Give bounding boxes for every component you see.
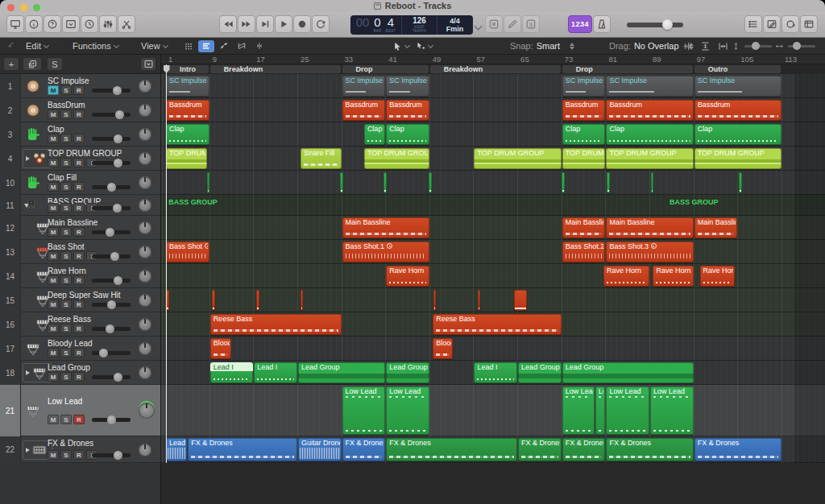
record-enable-button[interactable]: R [73, 300, 85, 309]
display-button[interactable] [6, 15, 24, 33]
region-snare-fill[interactable]: Snare Fill [301, 148, 341, 169]
volume-knob[interactable] [114, 159, 122, 167]
lcd-key-signature[interactable]: 4/4 Fmin [437, 15, 472, 35]
mute-button[interactable]: M [48, 85, 59, 95]
edit-menu[interactable]: Edit [26, 38, 48, 54]
apple-loops-button[interactable] [781, 15, 799, 33]
region-bloody[interactable]: Bloody [210, 338, 231, 359]
region-clap[interactable]: Clap [166, 124, 209, 145]
mute-button[interactable]: M [48, 203, 59, 213]
track-volume-slider[interactable] [92, 375, 131, 379]
mute-button[interactable]: M [48, 450, 59, 460]
solo-button[interactable]: S [60, 275, 72, 285]
mute-button[interactable]: M [48, 251, 59, 261]
track-volume-slider[interactable] [92, 453, 131, 457]
track-volume-slider[interactable] [92, 230, 131, 234]
track-header-top-drum-group[interactable]: 4TOP DRUM GROUPMSRI [0, 147, 160, 171]
volume-knob[interactable] [113, 204, 122, 213]
pan-knob[interactable] [139, 342, 151, 355]
region-bass-shot-1[interactable]: Bass Shot.1 [342, 242, 429, 262]
solo-button[interactable]: S [60, 450, 72, 460]
arrangement-marker-breakdown[interactable]: Breakdown [210, 65, 341, 73]
snap-control[interactable]: Snap: Smart [510, 38, 574, 54]
forward-button[interactable] [238, 15, 255, 33]
close-window-button[interactable] [7, 4, 15, 11]
minimize-window-button[interactable] [20, 4, 27, 11]
region-clip[interactable] [433, 290, 437, 311]
pan-knob[interactable] [139, 128, 151, 141]
arrangement-marker-track[interactable]: IntroBreakdownDropBreakdownDropOutro [161, 64, 825, 74]
region-clap[interactable]: Clap [694, 124, 781, 145]
region-top-drum-group[interactable]: TOP DRUM GROUP [694, 148, 781, 169]
horizontal-auto-zoom-button[interactable] [715, 40, 731, 52]
clock-button[interactable] [81, 15, 98, 33]
track-volume-slider[interactable] [92, 113, 131, 117]
region-clip[interactable] [562, 172, 565, 193]
global-solo-button[interactable]: S [47, 57, 63, 71]
region-fx-drones[interactable]: FX & Drones [188, 438, 297, 461]
record-enable-button[interactable]: R [73, 415, 85, 424]
track-header-reese-bass[interactable]: 16Reese BassMSR [0, 312, 160, 337]
pan-knob[interactable] [139, 246, 151, 258]
region-fx-drones[interactable]: FX & Drones [342, 438, 386, 461]
rewind-button[interactable] [219, 15, 237, 33]
region-clip[interactable] [739, 172, 742, 193]
region-top-drum-group[interactable]: TOP DRUM GROUP [166, 148, 207, 169]
solo-button[interactable]: S [60, 182, 72, 192]
region-top-drum-group[interactable]: TOP DRUM GROUP [364, 148, 429, 169]
region-fx-drones[interactable]: FX & Drones [562, 438, 606, 461]
region-bassdrum[interactable]: Bassdrum [606, 100, 693, 121]
pan-knob[interactable] [139, 104, 151, 117]
count-in-button[interactable]: 1234 [568, 15, 592, 33]
region-sc-impulse[interactable]: SC Impulse [386, 76, 429, 97]
region-clip[interactable] [607, 172, 610, 193]
region-rave-horn[interactable]: Rave Horn [603, 266, 649, 287]
region-low-lead[interactable]: Low Lead [650, 386, 694, 435]
play-button[interactable] [275, 15, 292, 33]
track-header-deep-super-saw-hit[interactable]: 15Deep Super Saw HitMSR [0, 288, 160, 312]
track-header-bassdrum[interactable]: 2BassDrumMSR [0, 98, 160, 122]
region-clip[interactable] [301, 290, 304, 311]
region-bass-shot-3[interactable]: Bass Shot.3 [606, 242, 693, 262]
pointer-secondary-tool-menu[interactable] [416, 41, 433, 52]
disclosure-triangle-icon[interactable] [26, 156, 30, 161]
master-volume-slider[interactable] [627, 21, 683, 29]
disclosure-triangle-icon[interactable] [26, 370, 30, 375]
view-menu[interactable]: View [141, 38, 168, 54]
region-low-lead[interactable]: Low Lead [342, 386, 386, 435]
volume-knob[interactable] [107, 300, 116, 309]
volume-knob[interactable] [115, 110, 124, 119]
functions-menu[interactable]: Functions [73, 38, 118, 54]
pan-knob[interactable] [139, 80, 151, 93]
region-bassdrum[interactable]: Bassdrum [562, 100, 606, 121]
region-lead-r[interactable]: Lead R [166, 438, 187, 461]
volume-knob[interactable] [110, 252, 119, 261]
region-clip[interactable] [478, 290, 481, 311]
mute-button[interactable]: M [48, 348, 59, 357]
region-main-bassline[interactable]: Main Bassline [562, 217, 606, 238]
arrangement-marker-drop[interactable]: Drop [562, 65, 693, 73]
mute-button[interactable]: M [48, 415, 59, 424]
record-enable-button[interactable]: R [73, 203, 85, 213]
solo-button[interactable]: S [60, 348, 72, 357]
track-volume-slider[interactable] [92, 303, 131, 307]
track-header-config-button[interactable] [140, 57, 156, 71]
region-low-lead[interactable]: Low Lead [595, 386, 606, 435]
x-badge-button[interactable] [485, 15, 503, 33]
region-lead-i[interactable]: Lead I [254, 362, 297, 383]
view-button-tracks[interactable] [198, 40, 214, 52]
track-volume-slider[interactable] [92, 89, 131, 93]
region-main-bassline[interactable]: Main Bassline [606, 217, 693, 238]
track-volume-slider[interactable] [92, 279, 131, 283]
region-sc-impulse[interactable]: SC Impulse [694, 76, 781, 97]
region-rave-horn[interactable]: Rave Horn [386, 266, 429, 287]
region-sc-impulse[interactable]: SC Impulse [562, 76, 606, 97]
arrangement-marker-intro[interactable]: Intro [166, 65, 209, 73]
volume-knob[interactable] [107, 415, 116, 424]
region-fx-drones[interactable]: FX & Drones [694, 438, 781, 461]
region-clip[interactable] [207, 172, 210, 193]
volume-knob[interactable] [107, 183, 116, 192]
quick-help-button[interactable] [44, 15, 61, 33]
track-volume-slider[interactable] [92, 254, 131, 258]
record-enable-button[interactable]: R [73, 182, 85, 192]
